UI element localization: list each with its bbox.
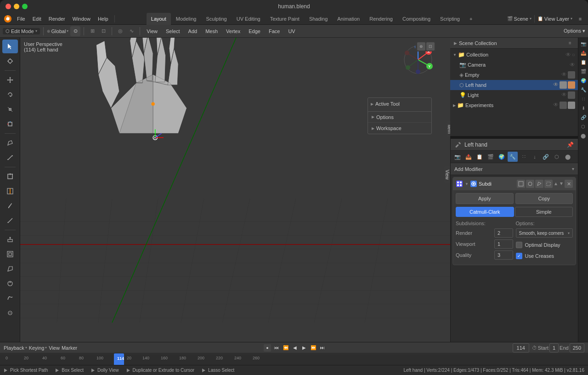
step-back-button[interactable]: ⏪: [282, 344, 289, 352]
mod-cage-icon[interactable]: [544, 180, 553, 188]
outliner-filter[interactable]: ≡: [566, 39, 574, 47]
catmull-clark-btn[interactable]: Catmull-Clark: [456, 207, 514, 217]
tool-move[interactable]: [2, 73, 18, 87]
constraints-props-tab[interactable]: 🔗: [541, 152, 551, 162]
play-button[interactable]: ▶: [300, 344, 308, 352]
optimal-display-checkbox[interactable]: [516, 242, 522, 248]
tool-annotate[interactable]: [2, 136, 18, 150]
tab-layout[interactable]: Layout: [147, 13, 171, 25]
end-frame-field[interactable]: 250: [570, 343, 584, 352]
prop-world-icon[interactable]: 🌍: [579, 76, 588, 85]
render-props-tab[interactable]: 📷: [452, 152, 463, 162]
blender-logo[interactable]: [3, 14, 13, 24]
tab-shading[interactable]: Shading: [305, 13, 332, 25]
maximize-button[interactable]: [22, 4, 28, 9]
prop-scene-icon[interactable]: 🎬: [579, 67, 588, 75]
options-row[interactable]: ▶ Options: [368, 112, 431, 123]
menu-edge-3d[interactable]: Edge: [245, 28, 264, 35]
mod-realtime-icon[interactable]: [517, 180, 525, 188]
menu-face-3d[interactable]: Face: [266, 28, 283, 35]
tool-bisect[interactable]: [2, 214, 18, 227]
tab-modeling[interactable]: Modeling: [171, 13, 201, 25]
output-props-tab[interactable]: 📤: [464, 152, 474, 162]
prop-modifier-icon[interactable]: 🔧: [579, 85, 588, 94]
menu-render[interactable]: Render: [45, 15, 68, 23]
outliner-experiments[interactable]: ▶ 📁 Experiments 👁: [450, 100, 578, 110]
prop-particles-icon[interactable]: ∷: [579, 95, 588, 103]
proportional-falloff[interactable]: ∿: [126, 26, 136, 36]
modifier-arrow-up[interactable]: [554, 180, 558, 188]
outliner-camera[interactable]: 📷 Camera 👁: [450, 60, 578, 70]
snap-type[interactable]: ⊡: [98, 26, 108, 36]
mod-edit-icon[interactable]: [535, 180, 543, 188]
mode-selector[interactable]: ⬡ Edit Mode ▾: [3, 28, 40, 34]
marker-menu[interactable]: Marker: [62, 345, 77, 351]
prop-objdata-icon[interactable]: ⬡: [579, 122, 588, 131]
view-layer-props-tab[interactable]: 📋: [475, 152, 485, 162]
pin-icon[interactable]: 📌: [566, 141, 574, 149]
tab-texture-paint[interactable]: Texture Paint: [266, 13, 304, 25]
filter-button[interactable]: ≡: [575, 14, 585, 24]
select-icon-1[interactable]: ○: [572, 51, 575, 58]
physics-props-tab[interactable]: ↓: [530, 152, 540, 162]
tool-add-mesh[interactable]: [2, 170, 18, 183]
tool-scale[interactable]: [2, 102, 18, 116]
prop-physics-icon[interactable]: ⬇: [579, 104, 588, 112]
tool-select[interactable]: [2, 40, 18, 53]
particles-props-tab[interactable]: ∷: [519, 152, 529, 162]
tool-inset[interactable]: [2, 247, 18, 261]
menu-uv-3d[interactable]: UV: [285, 28, 298, 35]
tool-extrude[interactable]: [2, 233, 18, 246]
mod-render-icon[interactable]: [526, 180, 534, 188]
tool-transform[interactable]: [2, 117, 18, 131]
jump-start-button[interactable]: ⏮: [273, 344, 280, 352]
options-menu[interactable]: Options ▾: [564, 28, 585, 34]
item-tab[interactable]: Item: [446, 121, 450, 137]
tab-scripting[interactable]: Scripting: [435, 13, 464, 25]
tab-sculpting[interactable]: Sculpting: [201, 13, 231, 25]
tab-compositing[interactable]: Compositing: [398, 13, 435, 25]
current-frame-field[interactable]: 114: [513, 343, 529, 352]
step-forward-button[interactable]: ⏩: [310, 344, 317, 352]
transform-orientation[interactable]: ⊕ Global ▾: [47, 28, 69, 34]
tool-bevel[interactable]: [2, 262, 18, 276]
prop-render-icon[interactable]: 📷: [579, 40, 588, 48]
timeline-ruler[interactable]: 0 20 40 60 80 100 114 20 140 160 180 200…: [0, 353, 588, 365]
modifier-arrow-down[interactable]: [559, 180, 564, 188]
prop-viewlayer-icon[interactable]: 📋: [579, 58, 588, 66]
modifier-expand-icon[interactable]: ▼: [465, 182, 469, 186]
snap-toggle[interactable]: ⊞: [87, 26, 97, 36]
proportional-toggle[interactable]: ◎: [115, 26, 125, 36]
jump-end-button[interactable]: ⏭: [319, 344, 326, 352]
prop-output-icon[interactable]: 📤: [579, 49, 588, 57]
eye-icon-6[interactable]: 👁: [553, 102, 559, 109]
render-value[interactable]: 2: [494, 228, 513, 238]
modifier-enabled-toggle[interactable]: [470, 181, 477, 187]
menu-add-3d[interactable]: Add: [185, 28, 201, 35]
menu-select-3d[interactable]: Select: [163, 28, 183, 35]
quality-value[interactable]: 3: [494, 250, 513, 260]
view-tab[interactable]: View: [444, 166, 450, 183]
workspace-row[interactable]: ▶ Workspace: [368, 123, 431, 134]
play-reverse-button[interactable]: ◀: [291, 344, 299, 352]
3d-viewport[interactable]: User Perspective (114) Left hand Z X Y: [20, 38, 450, 342]
tool-knife[interactable]: [2, 199, 18, 213]
record-button[interactable]: ●: [264, 344, 271, 352]
outliner-left-hand[interactable]: ⬡ Left hand 👁: [450, 80, 578, 90]
world-props-tab[interactable]: 🌍: [497, 152, 507, 162]
prop-constraints-icon[interactable]: 🔗: [579, 113, 588, 121]
menu-file[interactable]: File: [14, 15, 28, 23]
start-frame-field[interactable]: 1: [549, 343, 559, 352]
tool-grab[interactable]: [2, 306, 18, 320]
tool-measure[interactable]: [2, 151, 18, 165]
eye-icon-3[interactable]: 👁: [561, 71, 567, 79]
window-controls[interactable]: [6, 4, 28, 9]
tool-smooth-vertex[interactable]: [2, 291, 18, 305]
apply-button[interactable]: Apply: [456, 193, 514, 204]
menu-help[interactable]: Help: [95, 15, 112, 23]
tool-rotate[interactable]: [2, 88, 18, 102]
use-creases-checkbox[interactable]: ✓: [516, 253, 522, 259]
menu-vertex-3d[interactable]: Vertex: [223, 28, 243, 35]
simple-btn[interactable]: Simple: [515, 207, 573, 217]
outliner-light[interactable]: 💡 Light 👁: [450, 90, 578, 100]
